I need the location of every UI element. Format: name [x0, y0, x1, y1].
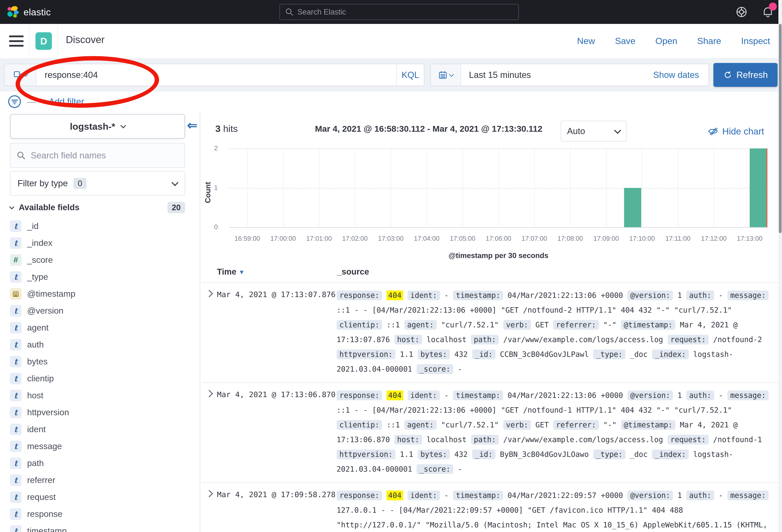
index-pattern-select[interactable]: logstash-* — [10, 114, 185, 139]
field-item-httpversion[interactable]: thttpversion — [10, 404, 189, 421]
x-tick-label: 17:05:00 — [442, 235, 483, 242]
header-action-open[interactable]: Open — [655, 36, 677, 46]
field-name: request — [27, 492, 56, 502]
refresh-icon — [723, 70, 732, 79]
sidebar-divider — [200, 112, 200, 532]
grid-line-v — [247, 148, 248, 227]
available-fields-count-badge: 20 — [168, 202, 185, 213]
field-item-response[interactable]: tresponse — [10, 505, 189, 523]
time-range-value[interactable]: Last 15 minutes — [461, 64, 653, 86]
column-time[interactable]: Time ▼ — [217, 267, 245, 276]
hits-label: hits — [223, 123, 238, 134]
search-icon — [17, 151, 26, 160]
field-item-_index[interactable]: t_index — [10, 234, 189, 252]
field-name: message — [27, 441, 62, 451]
interval-value: Auto — [567, 126, 585, 136]
calendar-menu-button[interactable] — [431, 64, 461, 86]
column-source[interactable]: _source — [337, 267, 369, 276]
help-icon[interactable] — [735, 6, 748, 18]
grid-line-v — [319, 148, 319, 227]
filter-icon[interactable] — [7, 94, 22, 109]
source-value: - — [444, 491, 449, 500]
search-icon — [285, 8, 293, 16]
source-field-badge: referrer: — [553, 420, 599, 430]
query-language-button[interactable]: KQL — [396, 64, 424, 86]
field-item-auth[interactable]: tauth — [10, 336, 189, 353]
field-item-ident[interactable]: tident — [10, 421, 189, 438]
saved-query-menu-button[interactable] — [4, 64, 36, 86]
field-item-@timestamp[interactable]: @timestamp — [10, 285, 189, 302]
add-filter-link[interactable]: + Add filter — [41, 97, 84, 107]
expand-row-icon[interactable] — [201, 288, 217, 377]
x-tick-label: 17:06:00 — [478, 235, 519, 242]
notification-dot — [769, 3, 777, 10]
text-field-icon: t — [10, 237, 22, 249]
field-search-input[interactable]: Search field names — [10, 143, 185, 168]
x-tick-label: 17:09:00 — [586, 235, 626, 242]
elastic-logo[interactable]: elastic — [7, 6, 51, 18]
field-item-_id[interactable]: t_id — [10, 218, 189, 234]
field-item-agent[interactable]: tagent — [10, 319, 189, 336]
expand-row-icon[interactable] — [201, 388, 217, 477]
field-item-_score[interactable]: #_score — [10, 252, 189, 268]
table-row: Mar 4, 2021 @ 17:13:07.876response: 404 … — [201, 283, 779, 383]
grid-line-v — [606, 148, 607, 227]
newsfeed-button[interactable] — [762, 6, 774, 18]
field-item-message[interactable]: tmessage — [10, 438, 189, 455]
show-dates-link[interactable]: Show dates — [653, 64, 709, 86]
source-value: /var/www/example.com/logs/access.log — [503, 335, 663, 344]
query-text[interactable]: response:404 — [36, 64, 396, 86]
chevron-down-icon — [172, 179, 178, 186]
scrollbar-thumb[interactable] — [779, 24, 782, 233]
interval-select[interactable]: Auto — [561, 121, 627, 142]
field-item-path[interactable]: tpath — [10, 455, 189, 471]
discover-app-badge[interactable]: D — [35, 32, 52, 50]
source-value: - — [719, 291, 723, 300]
date-picker[interactable]: Last 15 minutes Show dates — [430, 64, 709, 86]
histogram-chart[interactable] — [229, 148, 768, 228]
source-value: 04/Mar/2021:22:13:06 +0000 — [507, 291, 623, 300]
field-name: response — [27, 509, 62, 519]
available-fields-header[interactable]: Available fields 20 — [10, 200, 185, 215]
global-search-input[interactable]: Search Elastic — [280, 4, 519, 20]
x-tick-label: 17:11:00 — [658, 235, 698, 242]
source-highlight: 404 — [387, 390, 403, 400]
source-value: - — [444, 391, 449, 400]
scrollbar-track[interactable] — [778, 0, 782, 532]
source-field-badge: message: — [727, 491, 769, 500]
time-range-end-marker — [767, 148, 768, 227]
refresh-label: Refresh — [736, 70, 768, 80]
field-item-host[interactable]: thost — [10, 387, 189, 404]
field-item-bytes[interactable]: tbytes — [10, 353, 189, 370]
header-action-inspect[interactable]: Inspect — [741, 36, 770, 46]
expand-row-icon[interactable] — [201, 488, 217, 532]
query-input[interactable]: response:404 KQL — [4, 64, 424, 86]
header-action-new[interactable]: New — [577, 36, 595, 46]
field-item-clientip[interactable]: tclientip — [10, 370, 189, 387]
source-value: CCBN_3cB04dGovJLPawl — [500, 350, 589, 359]
field-item-referrer[interactable]: treferrer — [10, 471, 189, 489]
grid-line-v — [391, 148, 391, 227]
field-item-request[interactable]: trequest — [10, 489, 189, 505]
text-field-icon: t — [10, 339, 22, 350]
field-item-timestamp[interactable]: ttimestamp — [10, 523, 189, 532]
x-tick-label: 17:03:00 — [371, 235, 411, 242]
field-item-_type[interactable]: t_type — [10, 268, 189, 285]
header-action-share[interactable]: Share — [697, 36, 721, 46]
saved-query-icon — [13, 71, 22, 79]
source-value: GET — [535, 320, 549, 329]
field-name: bytes — [27, 357, 48, 367]
header-action-save[interactable]: Save — [615, 36, 635, 46]
text-field-icon: t — [10, 474, 22, 486]
x-tick-label: 17:10:00 — [622, 235, 662, 242]
menu-hamburger-icon[interactable] — [9, 35, 24, 47]
refresh-button[interactable]: Refresh — [713, 63, 778, 87]
histogram-bar-17:13:00[interactable] — [750, 148, 767, 227]
source-value: "-" — [603, 421, 616, 429]
field-item-@version[interactable]: t@version — [10, 302, 189, 319]
collapse-sidebar-icon[interactable]: ⇐ — [187, 118, 198, 132]
hide-chart-link[interactable]: Hide chart — [708, 126, 764, 137]
filter-by-type-select[interactable]: Filter by type 0 — [10, 171, 185, 196]
histogram-bar-17:09:30[interactable] — [624, 188, 641, 227]
source-field-badge: agent: — [404, 420, 437, 430]
